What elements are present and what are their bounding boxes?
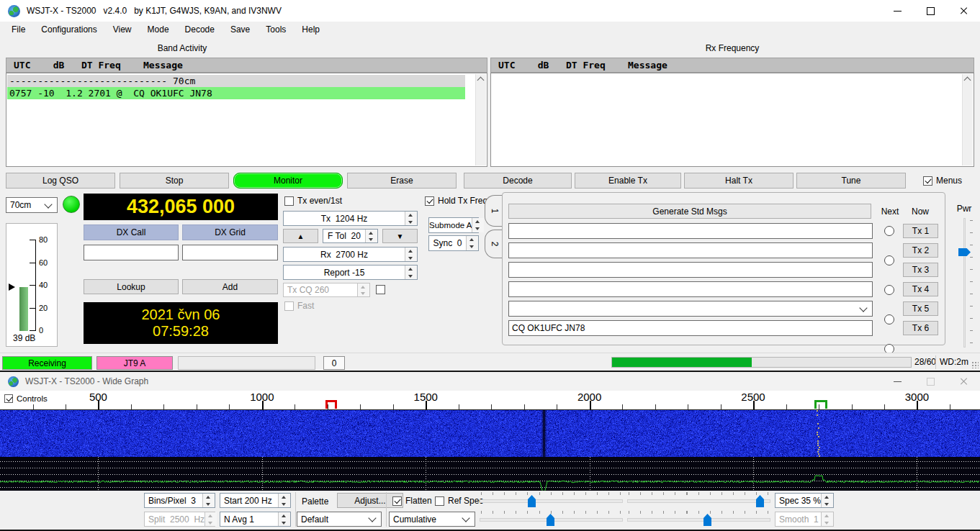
menu-mode[interactable]: Mode	[140, 22, 177, 37]
spectrum-gain-slider[interactable]	[480, 511, 621, 526]
flatten-checkbox[interactable]: Flatten	[392, 496, 432, 506]
tx1-now-button[interactable]: Tx 1	[903, 224, 938, 238]
decode-row-band-marker[interactable]: ---------------------------- 70cm	[7, 75, 465, 87]
menus-checkbox[interactable]: Menus	[923, 176, 962, 186]
tx3-message-field[interactable]	[508, 262, 873, 278]
menu-help[interactable]: Help	[294, 22, 328, 37]
spec-percent-spinner[interactable]: Spec 35 %	[775, 493, 834, 508]
slider-track[interactable]	[480, 499, 623, 503]
spinner-arrows[interactable]	[405, 266, 417, 279]
tx1-message-field[interactable]	[508, 223, 873, 239]
spinner-arrows[interactable]	[405, 248, 417, 261]
waterfall-gain-slider[interactable]	[480, 492, 621, 507]
n-avg-spinner[interactable]: N Avg 1	[220, 512, 291, 527]
waterfall-display[interactable]	[0, 410, 980, 457]
tx6-now-button[interactable]: Tx 6	[903, 321, 938, 335]
band-activity-list[interactable]: ---------------------------- 70cm 0757 -…	[6, 73, 487, 167]
menu-configurations[interactable]: Configurations	[33, 22, 104, 37]
menu-save[interactable]: Save	[222, 22, 258, 37]
stop-button[interactable]: Stop	[120, 173, 229, 189]
maximize-button[interactable]	[914, 0, 947, 22]
slider-handle[interactable]	[703, 514, 711, 526]
rig-status-indicator[interactable]	[63, 196, 80, 213]
main-titlebar[interactable]: WSJT-X - TS2000 v2.4.0 by K1JT, G4WJS, K…	[0, 0, 980, 22]
tx4-next-radio[interactable]	[884, 314, 894, 324]
spectrum-zero-slider[interactable]	[627, 511, 769, 526]
tx-even-checkbox[interactable]: Tx even/1st	[284, 196, 342, 206]
rx-frequency-marker[interactable]	[814, 400, 827, 409]
tx3-next-radio[interactable]	[884, 285, 894, 295]
spinner-arrows[interactable]	[278, 512, 290, 526]
spectrum-display[interactable]	[0, 457, 980, 491]
display-mode-select[interactable]: Cumulative	[389, 512, 475, 527]
tx-up-button[interactable]: ▲	[283, 229, 318, 243]
pwr-slider-track[interactable]	[963, 218, 966, 348]
slider-handle[interactable]	[756, 495, 764, 507]
lookup-button[interactable]: Lookup	[84, 279, 179, 294]
tx4-message-field[interactable]	[508, 281, 873, 297]
spinner-arrows[interactable]	[278, 494, 290, 507]
halt-tx-button[interactable]: Halt Tx	[684, 173, 794, 189]
ref-spec-checkbox[interactable]: Ref Spec	[435, 496, 483, 506]
dx-grid-input[interactable]	[182, 245, 278, 260]
menu-view[interactable]: View	[105, 22, 140, 37]
spinner-arrows[interactable]	[405, 212, 417, 225]
band-activity-scrollbar[interactable]	[475, 74, 486, 165]
slider-handle[interactable]	[547, 514, 554, 526]
generate-std-msgs-button[interactable]: Generate Std Msgs	[508, 204, 871, 219]
tx1-next-radio[interactable]	[884, 226, 894, 236]
palette-select[interactable]: Default	[297, 512, 382, 527]
tx-down-button[interactable]: ▼	[382, 229, 418, 243]
waterfall-zero-slider[interactable]	[627, 492, 769, 507]
spinner-arrows[interactable]	[365, 230, 377, 242]
tab-2[interactable]: 2	[485, 230, 504, 258]
erase-button[interactable]: Erase	[347, 173, 457, 189]
sync-spinner[interactable]: Sync 0	[428, 235, 479, 251]
slider-handle[interactable]	[528, 495, 536, 507]
monitor-button[interactable]: Monitor	[233, 173, 343, 189]
dx-call-input[interactable]	[84, 245, 179, 260]
report-spinner[interactable]: Report -15	[283, 265, 418, 280]
wide-graph-titlebar[interactable]: WSJT-X - TS2000 - Wide Graph	[0, 372, 980, 391]
tx-cq-spinner[interactable]: Tx CQ 260	[283, 283, 370, 297]
bins-pixel-spinner[interactable]: Bins/Pixel 3	[144, 493, 215, 508]
submode-spinner[interactable]: Submode A	[428, 217, 479, 233]
close-button[interactable]	[947, 372, 980, 391]
menu-decode[interactable]: Decode	[177, 22, 222, 37]
add-button[interactable]: Add	[182, 279, 278, 294]
tx5-now-button[interactable]: Tx 5	[903, 301, 938, 316]
frequency-scale[interactable]: Controls 500 1000 1500 2000 2500 3000	[0, 391, 980, 410]
tx4-now-button[interactable]: Tx 4	[903, 282, 938, 296]
rx-frequency-spinner[interactable]: Rx 2700 Hz	[283, 247, 418, 262]
spinner-arrows[interactable]	[202, 494, 215, 507]
spinner-arrows[interactable]	[821, 494, 833, 507]
tx6-message-field[interactable]: CQ OK1UFC JN78	[508, 320, 873, 336]
minimize-button[interactable]	[881, 0, 914, 22]
hold-tx-freq-checkbox[interactable]: Hold Tx Freq	[425, 196, 487, 206]
tx2-message-field[interactable]	[508, 242, 873, 258]
band-select[interactable]: 70cm	[6, 197, 58, 213]
enable-tx-button[interactable]: Enable Tx	[575, 173, 681, 189]
slider-track[interactable]	[627, 518, 770, 522]
log-qso-button[interactable]: Log QSO	[6, 173, 115, 189]
pwr-slider-handle[interactable]	[958, 248, 971, 256]
tune-button[interactable]: Tune	[796, 173, 906, 189]
decode-button[interactable]: Decode	[464, 173, 572, 189]
tx5-message-combo[interactable]	[508, 301, 873, 317]
menu-file[interactable]: File	[4, 22, 33, 37]
tx2-now-button[interactable]: Tx 2	[903, 243, 938, 258]
minimize-button[interactable]	[881, 372, 914, 391]
decode-row-cq[interactable]: 0757 -10 1.2 2701 @ CQ OK1UFC JN78	[7, 87, 465, 99]
spinner-arrows[interactable]	[472, 218, 484, 232]
slider-track[interactable]	[627, 499, 770, 503]
start-hz-spinner[interactable]: Start 200 Hz	[220, 493, 291, 508]
frequency-display[interactable]: 432,065 000	[84, 194, 278, 220]
tab-1[interactable]: 1	[485, 195, 504, 227]
menu-tools[interactable]: Tools	[258, 22, 294, 37]
resize-grip[interactable]	[971, 361, 979, 368]
rx-frequency-scrollbar[interactable]	[962, 74, 973, 165]
controls-checkbox[interactable]: Controls	[4, 394, 48, 403]
f-tol-spinner[interactable]: F Tol 20	[323, 229, 378, 243]
tx3-now-button[interactable]: Tx 3	[903, 263, 938, 277]
spinner-arrows[interactable]	[466, 236, 478, 250]
